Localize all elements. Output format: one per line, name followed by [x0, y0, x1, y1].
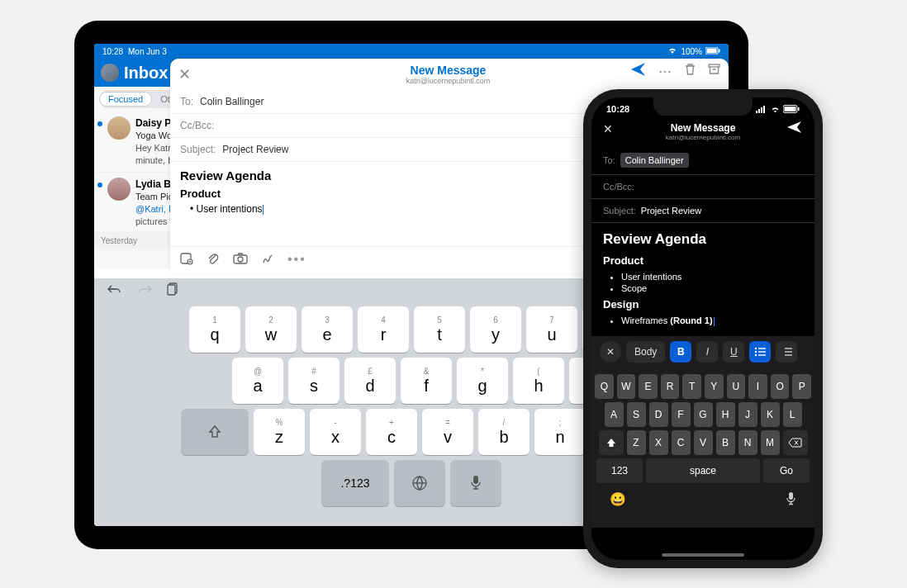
key-o[interactable]: O: [771, 374, 790, 399]
shift-key[interactable]: [181, 409, 249, 455]
user-avatar[interactable]: [101, 64, 119, 82]
key-a[interactable]: @a: [232, 358, 283, 404]
emoji-button[interactable]: 😀: [610, 491, 626, 510]
svg-rect-26: [785, 351, 792, 352]
mic-button[interactable]: [786, 491, 796, 510]
key-t[interactable]: 5t: [414, 306, 465, 353]
key-c[interactable]: C: [672, 430, 691, 455]
key-x[interactable]: X: [649, 430, 668, 455]
key-n[interactable]: ;n: [534, 409, 586, 455]
key-f[interactable]: &f: [401, 358, 452, 404]
header-actions: ⋯: [630, 62, 720, 80]
key-n[interactable]: N: [738, 430, 757, 455]
key-e[interactable]: 3e: [302, 306, 353, 353]
key-b[interactable]: B: [716, 430, 735, 455]
key-j[interactable]: J: [738, 402, 757, 427]
key-u[interactable]: 7u: [526, 306, 577, 353]
key-k[interactable]: K: [761, 402, 780, 427]
signature-icon[interactable]: [261, 252, 274, 268]
key-f[interactable]: F: [672, 402, 691, 427]
close-button[interactable]: ✕: [603, 122, 613, 135]
key-m[interactable]: M: [761, 430, 780, 455]
clipboard-icon[interactable]: [167, 282, 178, 299]
key-t[interactable]: T: [682, 374, 701, 399]
compose-body[interactable]: Review Agenda Product User intentions Sc…: [591, 223, 814, 336]
go-key[interactable]: Go: [763, 458, 810, 483]
globe-key[interactable]: [394, 460, 445, 506]
to-field[interactable]: To: Colin Ballinger: [591, 146, 814, 175]
key-u[interactable]: U: [727, 374, 746, 399]
numbers-key[interactable]: .?123: [321, 460, 389, 506]
battery-text: 100%: [681, 47, 702, 56]
delete-key[interactable]: [783, 430, 808, 455]
key-v[interactable]: V: [694, 430, 713, 455]
key-b[interactable]: /b: [478, 409, 529, 455]
camera-icon[interactable]: [233, 252, 248, 268]
key-h[interactable]: (h: [513, 358, 564, 404]
close-button[interactable]: ✕: [178, 65, 191, 83]
key-r[interactable]: 4r: [358, 306, 409, 353]
more-menu-icon[interactable]: ⋯: [658, 64, 672, 79]
key-d[interactable]: D: [649, 402, 668, 427]
numbered-list-button[interactable]: [776, 341, 797, 363]
underline-button[interactable]: U: [723, 341, 744, 363]
key-d[interactable]: £d: [344, 358, 396, 404]
home-indicator[interactable]: [662, 553, 744, 557]
key-z[interactable]: %z: [254, 409, 305, 455]
key-i[interactable]: I: [748, 374, 767, 399]
key-q[interactable]: Q: [595, 374, 614, 399]
key-s[interactable]: S: [627, 402, 646, 427]
key-q[interactable]: 1q: [189, 306, 240, 353]
bold-button[interactable]: B: [670, 341, 691, 363]
key-y[interactable]: 6y: [470, 306, 521, 353]
space-key[interactable]: space: [646, 458, 760, 483]
more-icon[interactable]: •••: [287, 252, 306, 268]
calendar-attach-icon[interactable]: [180, 252, 193, 268]
trash-icon[interactable]: [684, 63, 696, 79]
recipient-chip[interactable]: Colin Ballinger: [620, 153, 689, 168]
svg-rect-18: [798, 107, 800, 111]
key-y[interactable]: Y: [705, 374, 724, 399]
key-w[interactable]: 2w: [245, 306, 297, 353]
archive-icon[interactable]: [708, 63, 720, 79]
svg-point-23: [755, 353, 757, 355]
tab-focused[interactable]: Focused: [99, 92, 152, 107]
svg-point-19: [755, 347, 757, 349]
style-body-button[interactable]: Body: [626, 341, 665, 363]
key-r[interactable]: R: [661, 374, 680, 399]
numbers-key[interactable]: 123: [596, 458, 643, 483]
undo-icon[interactable]: [107, 283, 122, 298]
key-e[interactable]: E: [639, 374, 658, 399]
redo-icon[interactable]: [137, 283, 152, 298]
key-g[interactable]: G: [694, 402, 713, 427]
mail-avatar: [107, 116, 131, 140]
attach-icon[interactable]: [207, 252, 220, 268]
send-button[interactable]: [630, 62, 647, 80]
key-z[interactable]: Z: [627, 430, 646, 455]
cc-field[interactable]: Cc/Bcc:: [591, 175, 814, 199]
key-h[interactable]: H: [716, 402, 735, 427]
key-x[interactable]: -x: [310, 409, 361, 455]
italic-button[interactable]: I: [696, 341, 718, 363]
key-a[interactable]: A: [605, 402, 624, 427]
bullet-list-button[interactable]: [749, 341, 771, 363]
status-time: 10:28: [102, 47, 123, 56]
shift-key[interactable]: [599, 430, 624, 455]
svg-rect-7: [709, 64, 719, 67]
key-l[interactable]: L: [783, 402, 802, 427]
key-v[interactable]: =v: [422, 409, 473, 455]
svg-rect-28: [789, 492, 793, 500]
close-format-button[interactable]: ✕: [600, 341, 621, 363]
key-g[interactable]: *g: [457, 358, 508, 404]
svg-rect-14: [761, 107, 762, 113]
send-button[interactable]: [786, 121, 803, 137]
body-bullet: Wireframes (Round 1): [621, 315, 803, 326]
key-s[interactable]: #s: [288, 358, 340, 404]
subject-field[interactable]: Subject: Project Review: [591, 199, 814, 223]
key-c[interactable]: +c: [366, 409, 417, 455]
key-w[interactable]: W: [617, 374, 636, 399]
key-p[interactable]: P: [792, 374, 811, 399]
mic-key[interactable]: [450, 460, 501, 506]
svg-rect-12: [756, 111, 757, 113]
body-bullet: Scope: [621, 283, 803, 293]
